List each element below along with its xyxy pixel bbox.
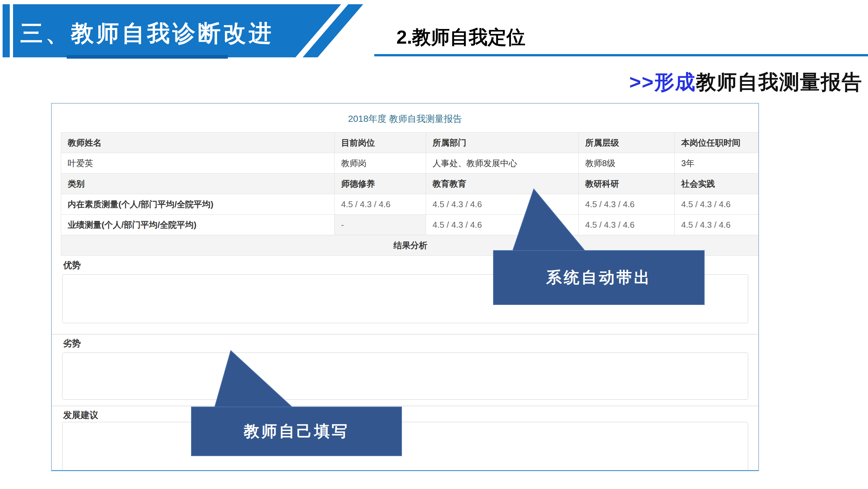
report-title: 2018年度 教师自我测量报告 [52, 113, 758, 125]
section-divider [52, 334, 758, 335]
callout-teacher-fill: 教师自己填写 [191, 407, 402, 456]
row-label-cell: 内在素质测量(个人/部门平均/全院平均) [61, 194, 335, 215]
header-cell: 师德修养 [335, 174, 426, 194]
form-heading: >>形成教师自我测量报告 [629, 68, 863, 96]
slide-canvas: { "slide": { "banner_title": "三、教师自我诊断改进… [0, 0, 868, 489]
header-cell: 教研科研 [579, 174, 675, 194]
banner-title: 三、教师自我诊断改进 [20, 18, 274, 49]
header-cell: 类别 [61, 174, 335, 194]
level-cell: 教师8级 [579, 153, 675, 174]
header-cell: 本岗位任职时间 [675, 133, 759, 153]
section-title: 2.教师自我定位 [396, 25, 525, 50]
table-row-info-values: 叶爱英 教师岗 人事处、教师发展中心 教师8级 3年 [61, 153, 759, 174]
header-cell: 所属层级 [579, 133, 675, 153]
table-row-performance-scores: 业绩测量(个人/部门平均/全院平均) - 4.5 / 4.3 / 4.6 4.5… [61, 215, 759, 235]
banner-left-stub-shape [3, 4, 10, 57]
report-table: 教师姓名 目前岗位 所属部门 所属层级 本岗位任职时间 叶爱英 教师岗 人事处、… [61, 132, 759, 256]
development-suggestion-label: 发展建议 [63, 409, 98, 421]
callout-teacher-fill-label: 教师自己填写 [244, 421, 349, 442]
table-row-info-header: 教师姓名 目前岗位 所属部门 所属层级 本岗位任职时间 [61, 133, 759, 153]
header-cell: 目前岗位 [335, 133, 426, 153]
strengths-label: 优势 [63, 259, 81, 271]
score-cell: - [335, 215, 426, 235]
teacher-name-cell: 叶爱英 [61, 153, 335, 174]
department-cell: 人事处、教师发展中心 [426, 153, 579, 174]
header-cell: 所属部门 [426, 133, 579, 153]
score-cell: 4.5 / 4.3 / 4.6 [675, 215, 759, 235]
callout-arrow-up [508, 187, 592, 255]
row-label-cell: 业绩测量(个人/部门平均/全院平均) [61, 215, 335, 235]
header-cell: 社会实践 [675, 174, 759, 194]
callout-arrow-up [209, 348, 301, 411]
form-heading-rest: 教师自我测量报告 [696, 71, 863, 93]
table-row-intrinsic-scores: 内在素质测量(个人/部门平均/全院平均) 4.5 / 4.3 / 4.6 4.5… [61, 194, 759, 215]
position-cell: 教师岗 [335, 153, 426, 174]
development-suggestion-textarea[interactable] [62, 422, 748, 471]
header-cell: 教师姓名 [61, 133, 335, 153]
form-heading-highlight: >>形成 [629, 71, 696, 93]
score-cell: 4.5 / 4.3 / 4.6 [579, 215, 675, 235]
callout-system-autofill: 系统自动带出 [493, 250, 705, 305]
score-cell: 4.5 / 4.3 / 4.6 [579, 194, 675, 215]
tenure-cell: 3年 [675, 153, 759, 174]
weaknesses-label: 劣势 [63, 338, 81, 349]
score-cell: 4.5 / 4.3 / 4.6 [675, 194, 759, 215]
banner-underline-dark [67, 55, 228, 59]
section-underline [374, 54, 868, 56]
weaknesses-textarea[interactable] [62, 352, 748, 400]
score-cell: 4.5 / 4.3 / 4.6 [335, 194, 426, 215]
table-row-category-header: 类别 师德修养 教育教育 教研科研 社会实践 [61, 174, 759, 194]
callout-system-autofill-label: 系统自动带出 [546, 267, 652, 288]
section-divider [52, 406, 758, 406]
